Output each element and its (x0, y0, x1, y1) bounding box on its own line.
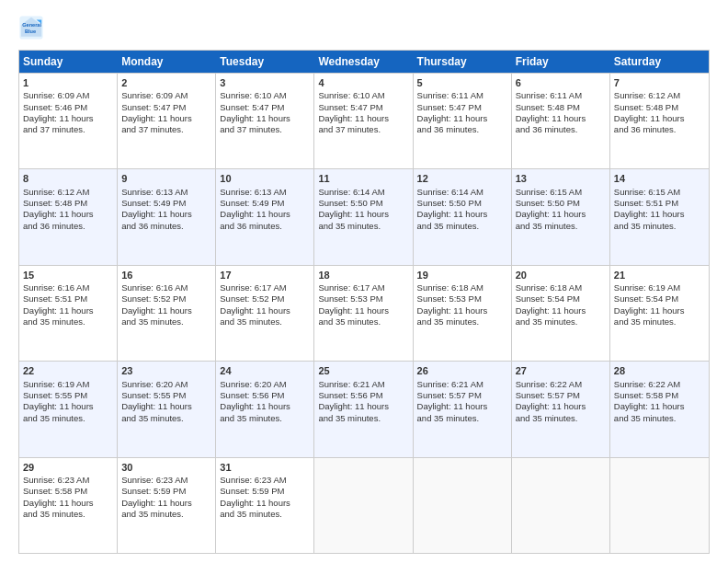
day-info: Sunrise: 6:23 AMSunset: 5:59 PMDaylight:… (220, 475, 290, 519)
day-info: Sunrise: 6:22 AMSunset: 5:57 PMDaylight:… (516, 379, 586, 423)
day-number: 8 (23, 172, 113, 185)
day-number: 4 (318, 76, 408, 89)
calendar-cell-24: 24Sunrise: 6:20 AMSunset: 5:56 PMDayligh… (216, 362, 314, 456)
calendar-cell-9: 9Sunrise: 6:13 AMSunset: 5:49 PMDaylight… (118, 169, 216, 264)
day-number: 29 (23, 461, 113, 474)
header-day-saturday: Saturday (610, 51, 709, 73)
header-day-friday: Friday (512, 51, 610, 73)
calendar-cell-21: 21Sunrise: 6:19 AMSunset: 5:54 PMDayligh… (610, 266, 709, 361)
calendar-cell-4: 4Sunrise: 6:10 AMSunset: 5:47 PMDaylight… (314, 74, 413, 168)
calendar-cell-1: 1Sunrise: 6:09 AMSunset: 5:46 PMDaylight… (19, 74, 118, 168)
day-info: Sunrise: 6:13 AMSunset: 5:49 PMDaylight:… (121, 187, 192, 231)
day-number: 17 (220, 269, 310, 282)
calendar-cell-8: 8Sunrise: 6:12 AMSunset: 5:48 PMDaylight… (19, 169, 118, 264)
calendar-cell-15: 15Sunrise: 6:16 AMSunset: 5:51 PMDayligh… (19, 266, 118, 361)
day-info: Sunrise: 6:16 AMSunset: 5:51 PMDaylight:… (23, 282, 94, 327)
calendar-cell-20: 20Sunrise: 6:18 AMSunset: 5:54 PMDayligh… (512, 266, 610, 361)
day-number: 21 (614, 269, 705, 282)
calendar-cell-14: 14Sunrise: 6:15 AMSunset: 5:51 PMDayligh… (610, 169, 709, 264)
calendar-row-2: 8Sunrise: 6:12 AMSunset: 5:48 PMDaylight… (19, 168, 709, 264)
day-number: 15 (23, 269, 113, 282)
day-info: Sunrise: 6:23 AMSunset: 5:58 PMDaylight:… (23, 475, 94, 519)
header-day-wednesday: Wednesday (314, 51, 413, 73)
calendar-cell-19: 19Sunrise: 6:18 AMSunset: 5:53 PMDayligh… (414, 266, 512, 361)
day-number: 12 (417, 172, 507, 185)
day-number: 22 (23, 364, 113, 377)
day-info: Sunrise: 6:21 AMSunset: 5:57 PMDaylight:… (417, 379, 488, 423)
day-number: 13 (516, 172, 606, 185)
header: General Blue (18, 15, 710, 40)
day-number: 27 (516, 364, 606, 377)
day-number: 20 (516, 269, 606, 282)
day-number: 25 (318, 364, 408, 377)
logo: General Blue (18, 15, 48, 40)
day-info: Sunrise: 6:18 AMSunset: 5:53 PMDaylight:… (417, 282, 488, 327)
calendar-header: SundayMondayTuesdayWednesdayThursdayFrid… (19, 51, 709, 73)
calendar-cell-12: 12Sunrise: 6:14 AMSunset: 5:50 PMDayligh… (414, 169, 512, 264)
page: General Blue SundayMondayTuesdayWednesda… (0, 0, 728, 563)
day-number: 16 (121, 269, 211, 282)
day-number: 3 (220, 76, 310, 89)
day-number: 19 (417, 269, 507, 282)
day-info: Sunrise: 6:17 AMSunset: 5:53 PMDaylight:… (318, 282, 389, 327)
calendar-row-5: 29Sunrise: 6:23 AMSunset: 5:58 PMDayligh… (19, 457, 709, 553)
calendar-cell-empty (610, 458, 709, 553)
day-number: 7 (614, 76, 705, 89)
day-info: Sunrise: 6:21 AMSunset: 5:56 PMDaylight:… (318, 379, 389, 423)
calendar-row-3: 15Sunrise: 6:16 AMSunset: 5:51 PMDayligh… (19, 265, 709, 361)
calendar-cell-26: 26Sunrise: 6:21 AMSunset: 5:57 PMDayligh… (414, 362, 512, 456)
day-info: Sunrise: 6:10 AMSunset: 5:47 PMDaylight:… (220, 90, 290, 134)
day-info: Sunrise: 6:23 AMSunset: 5:59 PMDaylight:… (121, 475, 192, 519)
day-number: 6 (516, 76, 606, 89)
calendar: SundayMondayTuesdayWednesdayThursdayFrid… (18, 50, 710, 554)
logo-icon: General Blue (18, 15, 44, 40)
day-info: Sunrise: 6:12 AMSunset: 5:48 PMDaylight:… (23, 187, 94, 231)
day-info: Sunrise: 6:18 AMSunset: 5:54 PMDaylight:… (516, 282, 586, 327)
calendar-cell-empty (414, 458, 512, 553)
day-info: Sunrise: 6:20 AMSunset: 5:56 PMDaylight:… (220, 379, 290, 423)
calendar-cell-3: 3Sunrise: 6:10 AMSunset: 5:47 PMDaylight… (216, 74, 314, 168)
day-number: 9 (121, 172, 211, 185)
day-info: Sunrise: 6:14 AMSunset: 5:50 PMDaylight:… (417, 187, 488, 231)
day-info: Sunrise: 6:10 AMSunset: 5:47 PMDaylight:… (318, 90, 389, 134)
calendar-cell-10: 10Sunrise: 6:13 AMSunset: 5:49 PMDayligh… (216, 169, 314, 264)
day-info: Sunrise: 6:14 AMSunset: 5:50 PMDaylight:… (318, 187, 389, 231)
calendar-body: 1Sunrise: 6:09 AMSunset: 5:46 PMDaylight… (19, 73, 709, 553)
day-info: Sunrise: 6:19 AMSunset: 5:54 PMDaylight:… (614, 282, 685, 327)
day-info: Sunrise: 6:20 AMSunset: 5:55 PMDaylight:… (121, 379, 192, 423)
calendar-cell-7: 7Sunrise: 6:12 AMSunset: 5:48 PMDaylight… (610, 74, 709, 168)
calendar-cell-31: 31Sunrise: 6:23 AMSunset: 5:59 PMDayligh… (216, 458, 314, 553)
day-number: 14 (614, 172, 705, 185)
day-info: Sunrise: 6:09 AMSunset: 5:47 PMDaylight:… (121, 90, 192, 134)
calendar-cell-6: 6Sunrise: 6:11 AMSunset: 5:48 PMDaylight… (512, 74, 610, 168)
day-info: Sunrise: 6:22 AMSunset: 5:58 PMDaylight:… (614, 379, 685, 423)
calendar-cell-23: 23Sunrise: 6:20 AMSunset: 5:55 PMDayligh… (118, 362, 216, 456)
calendar-cell-empty (512, 458, 610, 553)
day-info: Sunrise: 6:16 AMSunset: 5:52 PMDaylight:… (121, 282, 192, 327)
day-info: Sunrise: 6:19 AMSunset: 5:55 PMDaylight:… (23, 379, 94, 423)
calendar-cell-29: 29Sunrise: 6:23 AMSunset: 5:58 PMDayligh… (19, 458, 118, 553)
header-day-monday: Monday (118, 51, 216, 73)
calendar-cell-empty (314, 458, 413, 553)
calendar-cell-25: 25Sunrise: 6:21 AMSunset: 5:56 PMDayligh… (314, 362, 413, 456)
day-number: 2 (121, 76, 211, 89)
day-info: Sunrise: 6:11 AMSunset: 5:47 PMDaylight:… (417, 90, 488, 134)
calendar-cell-28: 28Sunrise: 6:22 AMSunset: 5:58 PMDayligh… (610, 362, 709, 456)
header-day-thursday: Thursday (414, 51, 512, 73)
calendar-cell-16: 16Sunrise: 6:16 AMSunset: 5:52 PMDayligh… (118, 266, 216, 361)
day-number: 11 (318, 172, 408, 185)
day-info: Sunrise: 6:09 AMSunset: 5:46 PMDaylight:… (23, 90, 94, 134)
day-number: 18 (318, 269, 408, 282)
day-number: 23 (121, 364, 211, 377)
day-number: 30 (121, 461, 211, 474)
calendar-cell-22: 22Sunrise: 6:19 AMSunset: 5:55 PMDayligh… (19, 362, 118, 456)
day-number: 10 (220, 172, 310, 185)
day-info: Sunrise: 6:17 AMSunset: 5:52 PMDaylight:… (220, 282, 290, 327)
day-number: 5 (417, 76, 507, 89)
day-info: Sunrise: 6:11 AMSunset: 5:48 PMDaylight:… (516, 90, 586, 134)
svg-text:General: General (22, 22, 41, 28)
svg-text:Blue: Blue (25, 29, 36, 34)
day-number: 24 (220, 364, 310, 377)
day-number: 26 (417, 364, 507, 377)
day-info: Sunrise: 6:15 AMSunset: 5:51 PMDaylight:… (614, 187, 685, 231)
